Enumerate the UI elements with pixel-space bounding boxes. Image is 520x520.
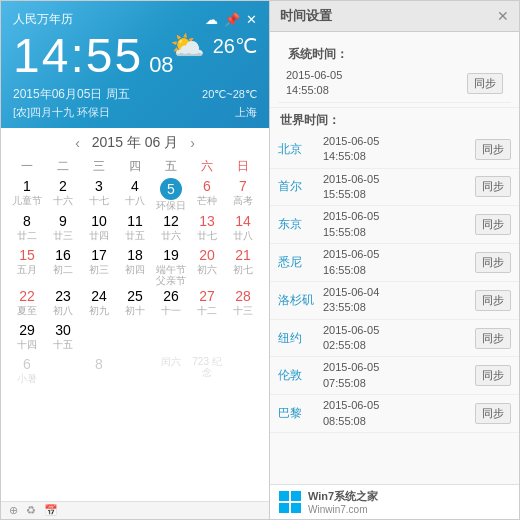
day-number: 1 <box>9 178 45 195</box>
right-panel-content: 系统时间： 2015-06-05 14:55:08 同步 世界时间： 北京201… <box>270 32 519 484</box>
city-sync-button-巴黎[interactable]: 同步 <box>475 403 511 424</box>
city-sync-button-首尔[interactable]: 同步 <box>475 176 511 197</box>
calendar-day-cell[interactable]: 26十一 <box>153 287 189 321</box>
calendar-day-cell[interactable]: 28十三 <box>225 287 261 321</box>
calendar-day-cell[interactable] <box>81 321 117 355</box>
day-number: 21 <box>225 247 261 264</box>
day-lunar: 闰六 <box>153 356 189 367</box>
watermark-site: Win7系统之家 <box>308 489 378 504</box>
calendar-day-cell[interactable]: 10廿四 <box>81 212 117 246</box>
calendar-day-cell[interactable]: 8 <box>81 355 117 389</box>
calendar-day-cell[interactable]: 27十二 <box>189 287 225 321</box>
date-row: 2015年06月05日 周五 20℃~28℃ <box>13 86 257 103</box>
watermark-text: Win7系统之家 Winwin7.com <box>308 489 378 515</box>
cloud-icon[interactable]: ☁ <box>205 12 218 27</box>
calendar-day-cell[interactable]: 6小暑 <box>9 355 45 389</box>
city-time-row: 悉尼2015-06-0516:55:08同步 <box>270 244 519 282</box>
system-time: 14:55:08 <box>286 84 329 96</box>
calendar-day-cell[interactable] <box>45 355 81 389</box>
calendar-day-cell[interactable]: 3十七 <box>81 177 117 212</box>
windows-logo-icon <box>278 490 302 514</box>
city-name-label: 首尔 <box>278 178 323 195</box>
day-number: 6 <box>9 356 45 373</box>
calendar-day-cell[interactable]: 6芒种 <box>189 177 225 212</box>
city-sync-button-纽约[interactable]: 同步 <box>475 328 511 349</box>
day-lunar: 723 纪念 <box>189 356 225 378</box>
calendar-day-cell[interactable]: 13廿七 <box>189 212 225 246</box>
calendar-day-cell[interactable] <box>189 321 225 355</box>
calendar-day-cell[interactable]: 11廿五 <box>117 212 153 246</box>
calendar-week-row: 1儿童节2十六3十七4十八5环保日6芒种7高考 <box>9 177 261 212</box>
time-hours-minutes: 14:55 <box>13 32 143 80</box>
add-icon[interactable]: ⊕ <box>9 504 18 517</box>
day-lunar: 初二 <box>45 264 81 275</box>
calendar-day-cell[interactable]: 2十六 <box>45 177 81 212</box>
next-month-button[interactable]: › <box>186 135 199 151</box>
day-lunar: 廿三 <box>45 230 81 241</box>
calendar-day-cell[interactable] <box>117 355 153 389</box>
right-panel-header: 时间设置 ✕ <box>270 1 519 32</box>
close-icon[interactable]: ✕ <box>246 12 257 27</box>
calendar-day-cell[interactable]: 4十八 <box>117 177 153 212</box>
calendar-day-cell[interactable]: 18初四 <box>117 246 153 287</box>
city-name: 上海 <box>235 105 257 120</box>
calendar-day-cell[interactable]: 19端午节 父亲节 <box>153 246 189 287</box>
calendar-week-row: 22夏至23初八24初九25初十26十一27十二28十三 <box>9 287 261 321</box>
system-sync-button[interactable]: 同步 <box>467 73 503 94</box>
calendar-day-cell[interactable]: 29十四 <box>9 321 45 355</box>
calendar-day-cell[interactable]: 8廿二 <box>9 212 45 246</box>
calendar-day-cell[interactable]: 5环保日 <box>153 177 189 212</box>
calendar-day-cell[interactable] <box>117 321 153 355</box>
calendar-day-cell[interactable]: 7高考 <box>225 177 261 212</box>
calendar-icon[interactable]: 📅 <box>44 504 58 517</box>
calendar-day-cell[interactable] <box>153 321 189 355</box>
calendar-day-cell[interactable] <box>225 321 261 355</box>
day-lunar: 环保日 <box>153 200 189 211</box>
city-name-label: 巴黎 <box>278 405 323 422</box>
calendar-day-cell[interactable]: 723 纪念 <box>189 355 225 389</box>
calendar-day-cell[interactable]: 17初三 <box>81 246 117 287</box>
calendar-day-cell[interactable]: 24初九 <box>81 287 117 321</box>
calendar-day-cell[interactable]: 30十五 <box>45 321 81 355</box>
day-lunar: 高考 <box>225 195 261 206</box>
city-sync-button-北京[interactable]: 同步 <box>475 139 511 160</box>
day-lunar: 初十 <box>117 305 153 316</box>
calendar-day-cell[interactable]: 12廿六 <box>153 212 189 246</box>
day-lunar: 儿童节 <box>9 195 45 206</box>
prev-month-button[interactable]: ‹ <box>71 135 84 151</box>
day-number: 25 <box>117 288 153 305</box>
calendar-day-cell[interactable]: 14廿八 <box>225 212 261 246</box>
day-number: 13 <box>189 213 225 230</box>
city-name-label: 东京 <box>278 216 323 233</box>
calendar-day-cell[interactable]: 21初七 <box>225 246 261 287</box>
weekday-wed: 三 <box>81 156 117 177</box>
calendar-day-cell[interactable]: 20初六 <box>189 246 225 287</box>
city-name-label: 悉尼 <box>278 254 323 271</box>
day-number: 29 <box>9 322 45 339</box>
day-number: 12 <box>153 213 189 230</box>
lunar-row: [农]四月十九 环保日 上海 <box>13 105 257 120</box>
right-panel-close-button[interactable]: ✕ <box>497 8 509 24</box>
city-sync-button-东京[interactable]: 同步 <box>475 214 511 235</box>
calendar-week-row: 6小暑8闰六723 纪念 <box>9 355 261 389</box>
calendar-day-cell[interactable]: 1儿童节 <box>9 177 45 212</box>
city-sync-button-悉尼[interactable]: 同步 <box>475 252 511 273</box>
calendar-day-cell[interactable]: 23初八 <box>45 287 81 321</box>
calendar-day-cell[interactable]: 25初十 <box>117 287 153 321</box>
day-lunar: 十三 <box>225 305 261 316</box>
city-sync-button-洛杉矶[interactable]: 同步 <box>475 290 511 311</box>
calendar-day-cell[interactable]: 9廿三 <box>45 212 81 246</box>
city-time-value: 2015-06-0516:55:08 <box>323 247 475 278</box>
calendar-day-cell[interactable]: 16初二 <box>45 246 81 287</box>
calendar-day-cell[interactable]: 15五月 <box>9 246 45 287</box>
pin-icon[interactable]: 📌 <box>224 12 240 27</box>
city-name-label: 洛杉矶 <box>278 292 323 309</box>
calendar-week-row: 8廿二9廿三10廿四11廿五12廿六13廿七14廿八 <box>9 212 261 246</box>
city-sync-button-伦敦[interactable]: 同步 <box>475 365 511 386</box>
calendar-day-cell[interactable]: 22夏至 <box>9 287 45 321</box>
day-lunar: 廿五 <box>117 230 153 241</box>
refresh-icon[interactable]: ♻ <box>26 504 36 517</box>
calendar-day-cell[interactable]: 闰六 <box>153 355 189 389</box>
day-lunar: 芒种 <box>189 195 225 206</box>
calendar-day-cell[interactable] <box>225 355 261 389</box>
